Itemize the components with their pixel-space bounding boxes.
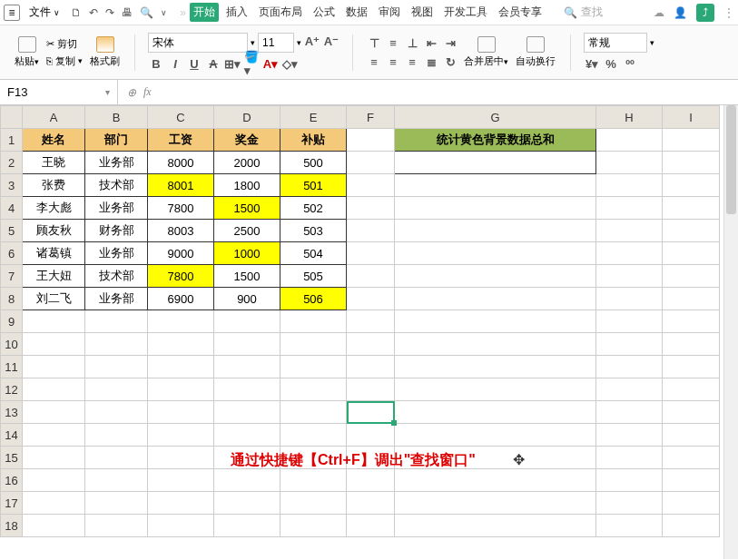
cell-B18[interactable] <box>85 515 148 537</box>
cell-D17[interactable] <box>214 492 280 515</box>
cell-B3[interactable]: 技术部 <box>85 174 148 197</box>
align-center-icon[interactable]: ≡ <box>385 54 401 70</box>
row-header-18[interactable]: 18 <box>1 515 23 537</box>
row-header-8[interactable]: 8 <box>1 288 23 310</box>
cell-I9[interactable] <box>663 310 720 333</box>
cell-G4[interactable] <box>395 197 596 220</box>
justify-icon[interactable]: ≣ <box>423 54 439 70</box>
cell-H18[interactable] <box>596 515 663 537</box>
cell-A1[interactable]: 姓名 <box>23 129 85 152</box>
cell-A4[interactable]: 李大彪 <box>23 197 85 220</box>
row-header-11[interactable]: 11 <box>1 356 23 378</box>
menu-icon[interactable]: ≡ <box>4 5 20 21</box>
cell-F17[interactable] <box>347 492 395 515</box>
cell-C12[interactable] <box>148 378 214 401</box>
col-header-H[interactable]: H <box>596 106 663 129</box>
tab-home[interactable]: 开始 <box>190 3 219 22</box>
cell-C14[interactable] <box>148 424 214 447</box>
row-header-15[interactable]: 15 <box>1 447 23 469</box>
cell-F13[interactable] <box>347 401 395 424</box>
name-box[interactable]: F13 ▾ <box>0 80 118 104</box>
cell-C17[interactable] <box>148 492 214 515</box>
cell-G18[interactable] <box>395 515 596 537</box>
cell-H11[interactable] <box>596 356 663 378</box>
cell-H6[interactable] <box>596 242 663 265</box>
cell-B15[interactable] <box>85 447 148 469</box>
cell-G8[interactable] <box>395 288 596 310</box>
cell-B5[interactable]: 财务部 <box>85 220 148 242</box>
cell-D14[interactable] <box>214 424 280 447</box>
share-button[interactable]: ⤴ <box>696 4 714 22</box>
cell-F18[interactable] <box>347 515 395 537</box>
cell-B13[interactable] <box>85 401 148 424</box>
row-header-14[interactable]: 14 <box>1 424 23 447</box>
cell-G9[interactable] <box>395 310 596 333</box>
align-middle-icon[interactable]: ≡ <box>385 34 401 51</box>
format-painter-button[interactable]: 格式刷 <box>88 34 122 70</box>
percent-icon[interactable]: % <box>603 55 619 72</box>
cell-I16[interactable] <box>663 469 720 492</box>
cell-H4[interactable] <box>596 197 663 220</box>
cell-G5[interactable] <box>395 220 596 242</box>
cell-A10[interactable] <box>23 333 85 356</box>
cell-F9[interactable] <box>347 310 395 333</box>
cell-A6[interactable]: 诸葛镇 <box>23 242 85 265</box>
cell-E16[interactable] <box>280 469 347 492</box>
cell-C18[interactable] <box>148 515 214 537</box>
cell-F11[interactable] <box>347 356 395 378</box>
cell-I2[interactable] <box>663 152 720 174</box>
fx-icon[interactable]: fx <box>143 85 152 99</box>
cell-D2[interactable]: 2000 <box>214 152 280 174</box>
vertical-scrollbar[interactable] <box>723 105 738 559</box>
cell-A7[interactable]: 王大妞 <box>23 265 85 288</box>
cell-C16[interactable] <box>148 469 214 492</box>
cloud-icon[interactable]: ☁ <box>654 6 664 19</box>
cell-G13[interactable] <box>395 401 596 424</box>
italic-button[interactable]: I <box>167 55 183 72</box>
cell-C10[interactable] <box>148 333 214 356</box>
tab-layout[interactable]: 页面布局 <box>255 3 306 22</box>
cell-H17[interactable] <box>596 492 663 515</box>
cell-I5[interactable] <box>663 220 720 242</box>
cell-B14[interactable] <box>85 424 148 447</box>
qat-dropdown-icon[interactable]: ∨ <box>161 8 167 17</box>
align-bottom-icon[interactable]: ⊥ <box>404 34 420 51</box>
cell-B2[interactable]: 业务部 <box>85 152 148 174</box>
cell-A15[interactable] <box>23 447 85 469</box>
row-header-3[interactable]: 3 <box>1 174 23 197</box>
save-icon[interactable]: 🗋 <box>71 6 82 19</box>
cell-A17[interactable] <box>23 492 85 515</box>
cell-D7[interactable]: 1500 <box>214 265 280 288</box>
cell-D8[interactable]: 900 <box>214 288 280 310</box>
cut-button[interactable]: ✂剪切 <box>44 36 84 52</box>
cell-C1[interactable]: 工资 <box>148 129 214 152</box>
cell-I12[interactable] <box>663 378 720 401</box>
cell-A12[interactable] <box>23 378 85 401</box>
cell-D13[interactable] <box>214 401 280 424</box>
cell-F1[interactable] <box>347 129 395 152</box>
chevron-down-icon[interactable]: ▾ <box>105 87 110 97</box>
redo-icon[interactable]: ↷ <box>105 6 114 19</box>
cell-D18[interactable] <box>214 515 280 537</box>
more-icon[interactable]: ⋮ <box>723 6 734 19</box>
cell-C11[interactable] <box>148 356 214 378</box>
cell-D9[interactable] <box>214 310 280 333</box>
cell-A3[interactable]: 张费 <box>23 174 85 197</box>
cell-B10[interactable] <box>85 333 148 356</box>
tab-formula[interactable]: 公式 <box>310 3 339 22</box>
cell-I10[interactable] <box>663 333 720 356</box>
row-header-13[interactable]: 13 <box>1 401 23 424</box>
col-header-E[interactable]: E <box>280 106 347 129</box>
cell-E5[interactable]: 503 <box>280 220 347 242</box>
col-header-D[interactable]: D <box>214 106 280 129</box>
cell-B7[interactable]: 技术部 <box>85 265 148 288</box>
underline-button[interactable]: U <box>186 55 202 72</box>
cell-I18[interactable] <box>663 515 720 537</box>
cell-G1[interactable]: 统计黄色背景数据总和 <box>395 129 596 152</box>
cell-I6[interactable] <box>663 242 720 265</box>
cell-D12[interactable] <box>214 378 280 401</box>
strikethrough-button[interactable]: A <box>205 55 221 72</box>
cell-B9[interactable] <box>85 310 148 333</box>
cell-A2[interactable]: 王晓 <box>23 152 85 174</box>
cell-H8[interactable] <box>596 288 663 310</box>
